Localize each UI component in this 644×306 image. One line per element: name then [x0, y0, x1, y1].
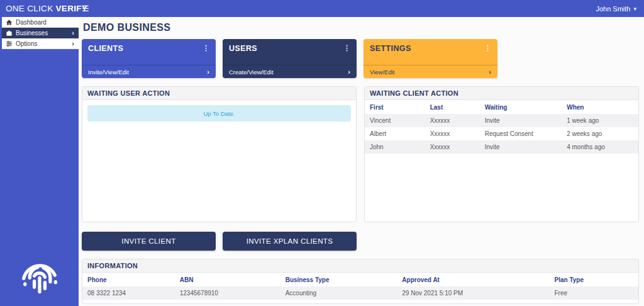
- kebab-menu-icon[interactable]: ⋮: [484, 45, 491, 65]
- sidebar-item-businesses[interactable]: Businesses ›: [2, 28, 79, 38]
- table-row[interactable]: John Xxxxxx Invite 4 months ago: [365, 140, 638, 154]
- col-business-type: Business Type: [280, 273, 397, 286]
- clients-card-subtitle: Invite/View/Edit: [88, 69, 129, 76]
- home-icon: [6, 19, 13, 26]
- col-phone: Phone: [82, 273, 175, 286]
- sidebar-item-options[interactable]: Options ›: [2, 38, 79, 49]
- information-title: INFORMATION: [82, 259, 638, 273]
- table-row[interactable]: Vincent Xxxxxx Invite 1 week ago: [365, 114, 638, 127]
- users-card[interactable]: USERS ⋮ Create/View/Edit ›: [223, 39, 357, 78]
- col-approved-at: Approved At: [397, 273, 549, 286]
- user-menu[interactable]: John Smith ▾: [596, 5, 644, 13]
- brand-logo: ONE CLICK VERIFY: [0, 4, 76, 13]
- up-to-date-alert: Up To Date.: [87, 105, 351, 122]
- sidebar-item-label: Dashboard: [16, 19, 47, 26]
- table-header-row: First Last Waiting When: [365, 100, 638, 114]
- waiting-client-action-title: WAITING CLIENT ACTION: [365, 87, 638, 100]
- waiting-client-table: First Last Waiting When Vincent Xxxxxx I…: [365, 100, 638, 154]
- clients-card[interactable]: CLIENTS ⋮ Invite/View/Edit ›: [82, 39, 216, 78]
- chevron-right-icon: ›: [72, 40, 74, 47]
- briefcase-icon: [6, 30, 13, 37]
- col-last: Last: [425, 100, 480, 114]
- waiting-user-action-title: WAITING USER ACTION: [82, 87, 356, 100]
- waiting-client-action-panel: WAITING CLIENT ACTION First Last Waiting…: [364, 86, 639, 222]
- sidebar-item-label: Options: [16, 40, 37, 47]
- information-table: Phone ABN Business Type Approved At Plan…: [82, 273, 638, 300]
- sidebar-item-dashboard[interactable]: Dashboard: [2, 17, 79, 28]
- users-card-title: USERS: [229, 44, 257, 65]
- hamburger-menu-icon[interactable]: ☰: [82, 4, 89, 13]
- sidebar-item-label: Businesses: [16, 30, 48, 37]
- caret-down-icon: ▾: [633, 6, 636, 12]
- table-row: 08 3322 1234 12345678910 Accounting 29 N…: [82, 286, 638, 300]
- invite-client-button[interactable]: INVITE CLIENT: [82, 232, 216, 251]
- col-abn: ABN: [175, 273, 280, 286]
- col-waiting: Waiting: [480, 100, 562, 114]
- kebab-menu-icon[interactable]: ⋮: [343, 45, 350, 65]
- user-name: John Smith: [596, 5, 630, 13]
- invite-xplan-clients-button[interactable]: INVITE XPLAN CLIENTS: [223, 232, 357, 251]
- chevron-right-icon: ›: [72, 30, 74, 37]
- topbar: ONE CLICK VERIFY ☰ John Smith ▾: [0, 0, 644, 17]
- sidebar: Dashboard Businesses › Options ›: [0, 17, 79, 306]
- col-first: First: [365, 100, 425, 114]
- kebab-menu-icon[interactable]: ⋮: [203, 45, 209, 65]
- table-header-row: Phone ABN Business Type Approved At Plan…: [82, 273, 638, 286]
- fingerprint-logo: [16, 251, 64, 301]
- chevron-right-icon: ›: [489, 68, 491, 76]
- chevron-right-icon: ›: [348, 68, 350, 76]
- sliders-icon: [6, 40, 13, 47]
- main-content: DEMO BUSINESS CLIENTS ⋮ Invite/View/Edit…: [79, 17, 644, 306]
- chevron-right-icon: ›: [207, 68, 209, 76]
- settings-card-title: SETTINGS: [370, 44, 411, 65]
- information-panel: INFORMATION Phone ABN Business Type Appr…: [82, 259, 639, 304]
- brand-regular: ONE CLICK: [6, 4, 53, 13]
- waiting-user-action-panel: WAITING USER ACTION Up To Date.: [82, 86, 357, 222]
- settings-card-subtitle: View/Edit: [370, 69, 394, 76]
- table-row[interactable]: Albert Xxxxxx Request Consent 2 weeks ag…: [365, 127, 638, 140]
- page-title: DEMO BUSINESS: [83, 22, 639, 33]
- col-plan-type: Plan Type: [550, 273, 638, 286]
- col-when: When: [562, 100, 638, 114]
- clients-card-title: CLIENTS: [88, 44, 123, 65]
- settings-card[interactable]: SETTINGS ⋮ View/Edit ›: [364, 39, 497, 78]
- users-card-subtitle: Create/View/Edit: [229, 69, 274, 76]
